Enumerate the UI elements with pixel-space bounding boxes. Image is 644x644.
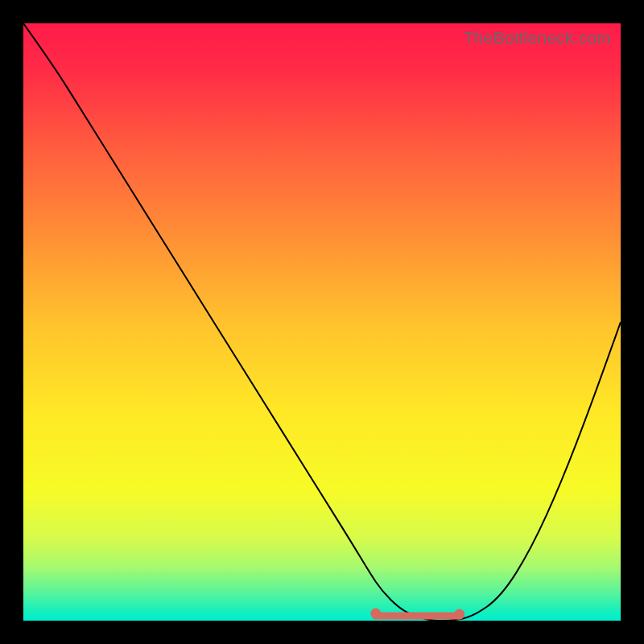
svg-point-2: [454, 609, 464, 620]
chart-svg: [23, 23, 621, 621]
gradient-background: [23, 23, 621, 621]
chart-frame: TheBottleneck.com: [23, 23, 621, 621]
watermark-text: TheBottleneck.com: [464, 28, 611, 47]
svg-point-1: [370, 609, 381, 619]
